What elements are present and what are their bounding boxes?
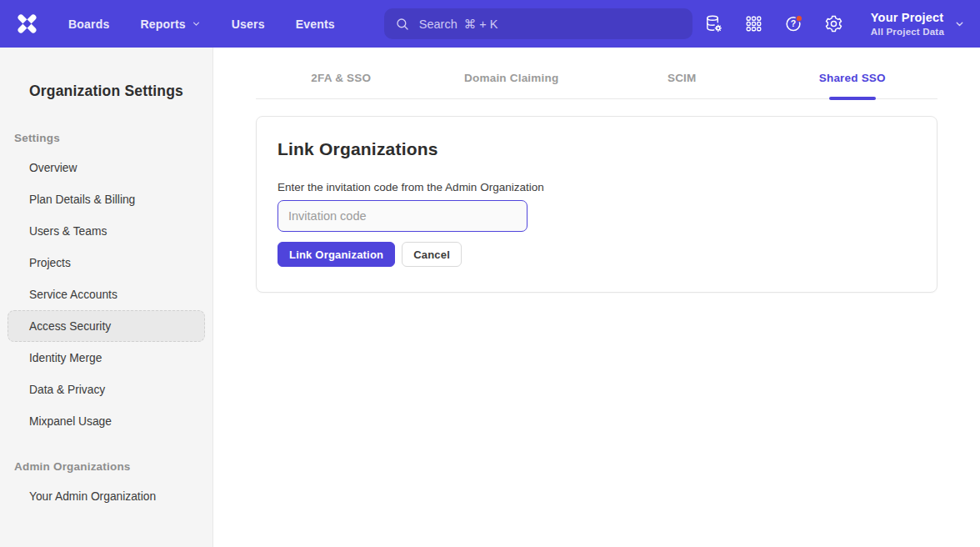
search-bar[interactable] xyxy=(384,8,692,39)
sidebar-item-label: Projects xyxy=(29,257,71,269)
settings-gear-icon xyxy=(824,14,843,33)
sidebar-item-label: Identity Merge xyxy=(29,352,102,364)
card-button-row: Link Organization Cancel xyxy=(278,242,916,267)
sidebar-item-access-security[interactable]: Access Security xyxy=(8,310,205,342)
settings-gear-icon-button[interactable] xyxy=(824,14,844,34)
apps-grid-icon-button[interactable] xyxy=(744,14,764,34)
notification-dot xyxy=(796,15,802,21)
sidebar-item-label: Users & Teams xyxy=(29,225,107,238)
help-icon: ? xyxy=(784,14,803,33)
tab-2fa-sso[interactable]: 2FA & SSO xyxy=(256,72,427,98)
tab-domain-claiming[interactable]: Domain Claiming xyxy=(427,72,598,98)
nav-item-label: Reports xyxy=(140,18,185,31)
project-selector[interactable]: Your Project All Project Data xyxy=(871,11,965,37)
invitation-code-input[interactable] xyxy=(278,200,528,232)
sidebar-item-list: Your Admin Organization xyxy=(0,480,212,512)
nav-item-boards[interactable]: Boards xyxy=(68,18,109,31)
sidebar-item-projects[interactable]: Projects xyxy=(8,247,205,279)
sidebar-item-your-admin-organization[interactable]: Your Admin Organization xyxy=(8,480,205,512)
sidebar-item-service-accounts[interactable]: Service Accounts xyxy=(8,279,205,310)
sidebar-sections: SettingsOverviewPlan Details & BillingUs… xyxy=(0,132,212,512)
active-tab-underline xyxy=(829,97,876,100)
sidebar-section-label-settings: Settings xyxy=(14,132,212,144)
sidebar-item-label: Overview xyxy=(29,162,78,174)
org-settings-sidebar: Organization Settings SettingsOverviewPl… xyxy=(0,48,213,547)
chevron-down-icon xyxy=(954,18,965,29)
tab-label: SCIM xyxy=(668,72,697,84)
sidebar-item-users-teams[interactable]: Users & Teams xyxy=(8,215,205,247)
link-organizations-card: Link Organizations Enter the invitation … xyxy=(256,116,938,293)
project-name: Your Project xyxy=(871,11,944,24)
invitation-code-label: Enter the invitation code from the Admin… xyxy=(278,181,916,193)
sidebar-item-plan-details-billing[interactable]: Plan Details & Billing xyxy=(8,183,205,215)
tab-scim[interactable]: SCIM xyxy=(597,72,768,98)
mixpanel-logo-icon xyxy=(16,13,38,35)
search-input[interactable] xyxy=(419,18,682,31)
nav-item-label: Users xyxy=(232,18,265,31)
top-navbar: BoardsReportsUsersEvents xyxy=(0,0,980,48)
tab-bar: 2FA & SSODomain ClaimingSCIMShared SSO xyxy=(256,72,938,99)
sidebar-item-list: OverviewPlan Details & BillingUsers & Te… xyxy=(0,152,212,437)
sidebar-item-data-privacy[interactable]: Data & Privacy xyxy=(8,374,205,405)
sidebar-title: Organization Settings xyxy=(0,83,212,100)
tab-label: Domain Claiming xyxy=(464,72,558,84)
nav-item-users[interactable]: Users xyxy=(232,18,265,31)
help-icon-button[interactable]: ? xyxy=(784,14,804,34)
nav-item-label: Events xyxy=(296,18,335,31)
link-organization-button[interactable]: Link Organization xyxy=(278,242,395,267)
sidebar-item-mixpanel-usage[interactable]: Mixpanel Usage xyxy=(8,405,205,437)
tab-label: Shared SSO xyxy=(819,72,886,84)
project-subtitle: All Project Data xyxy=(871,27,944,37)
tab-shared-sso[interactable]: Shared SSO xyxy=(768,72,938,98)
sidebar-item-overview[interactable]: Overview xyxy=(8,152,205,183)
sidebar-item-label: Plan Details & Billing xyxy=(29,193,135,206)
nav-item-events[interactable]: Events xyxy=(296,18,335,31)
tab-label: 2FA & SSO xyxy=(311,72,371,84)
sidebar-item-label: Service Accounts xyxy=(29,289,118,301)
sidebar-item-identity-merge[interactable]: Identity Merge xyxy=(8,342,205,374)
sidebar-item-label: Access Security xyxy=(29,320,111,333)
apps-grid-icon xyxy=(744,14,763,33)
nav-item-label: Boards xyxy=(68,18,109,31)
data-management-icon xyxy=(704,14,723,33)
chevron-down-icon xyxy=(192,19,201,28)
data-management-icon-button[interactable] xyxy=(704,14,724,34)
sidebar-item-label: Mixpanel Usage xyxy=(29,415,112,428)
card-title: Link Organizations xyxy=(278,139,916,159)
mixpanel-logo[interactable] xyxy=(13,11,40,38)
nav-item-reports[interactable]: Reports xyxy=(140,18,200,31)
search-icon xyxy=(395,17,410,32)
svg-text:?: ? xyxy=(791,18,796,28)
sidebar-item-label: Your Admin Organization xyxy=(29,490,156,503)
project-selector-text: Your Project All Project Data xyxy=(871,11,944,37)
sidebar-section-label-admin-organizations: Admin Organizations xyxy=(14,460,212,473)
main-nav: BoardsReportsUsersEvents xyxy=(68,18,366,31)
navbar-right-actions: ? Your Project All Project Data xyxy=(704,11,965,37)
cancel-button[interactable]: Cancel xyxy=(402,242,462,267)
sidebar-item-label: Data & Privacy xyxy=(29,384,105,396)
